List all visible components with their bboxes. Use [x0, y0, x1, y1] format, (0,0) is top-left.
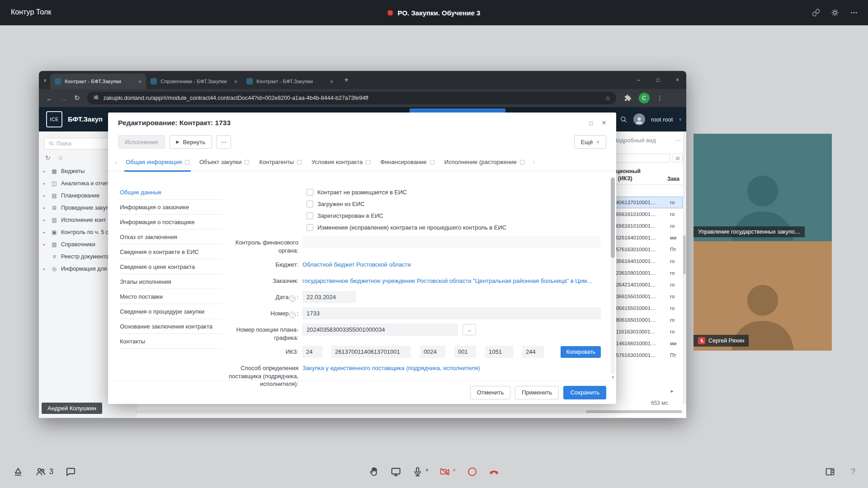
- menu-item-execution-stages[interactable]: Этапы исполнения: [118, 274, 222, 289]
- checkbox-changes-not-controlled[interactable]: [307, 224, 313, 231]
- copy-ikz-button[interactable]: Копировать: [561, 346, 601, 358]
- window-maximize-button[interactable]: □: [656, 77, 660, 83]
- url-field[interactable]: zakupki.donland.ru/app/#/module_contract…: [87, 92, 616, 104]
- window-minimize-button[interactable]: –: [637, 77, 640, 83]
- chat-icon[interactable]: [65, 466, 76, 477]
- back-icon[interactable]: ←: [46, 94, 53, 102]
- ikz-segment[interactable]: 001: [454, 346, 476, 358]
- scrollbar-thumb[interactable]: [611, 178, 615, 258]
- end-call-icon[interactable]: [488, 466, 499, 477]
- plan-position-field[interactable]: 202403583003355001000034: [302, 324, 458, 336]
- table-row[interactable]: 8146166010001…ми: [613, 338, 683, 349]
- user-name[interactable]: root root: [651, 116, 673, 123]
- table-row[interactable]: 6806165010001…го: [613, 314, 683, 326]
- menu-item-supplier-info[interactable]: Информация о поставщике: [118, 215, 222, 230]
- browser-tab[interactable]: Контракт - БФТ.Закупки ×: [50, 74, 146, 89]
- tab-contract-terms[interactable]: Условия контракта: [307, 153, 375, 171]
- help-button[interactable]: ?: [851, 467, 855, 477]
- return-button[interactable]: ▶Вернуть: [170, 135, 212, 149]
- contract-number-field[interactable]: 1733: [302, 307, 601, 319]
- content-horizontal-scrollbar[interactable]: [137, 410, 683, 413]
- menu-item-conclusion-basis[interactable]: Основание заключения контракта: [118, 319, 222, 334]
- table-row[interactable]: 6576163010001…Пт: [613, 349, 683, 361]
- ikz-segment[interactable]: 24: [302, 346, 322, 358]
- menu-item-delivery-place[interactable]: Место поставки: [118, 289, 222, 304]
- raise-hand-icon[interactable]: [369, 466, 380, 477]
- browser-tab[interactable]: Справочники - БФТ.Закупки ×: [146, 74, 242, 89]
- checkbox-registered-in-eis[interactable]: [307, 212, 313, 219]
- menu-item-general-data[interactable]: Общие данные: [118, 185, 222, 200]
- status-button[interactable]: Исполнение: [118, 135, 165, 149]
- budget-link[interactable]: Областной бюджет Ростовской области: [302, 261, 411, 268]
- table-row[interactable]: 7116163010001…го: [613, 326, 683, 338]
- reactions-icon[interactable]: [13, 466, 24, 477]
- tabs-scroll-left-icon[interactable]: ‹: [112, 159, 121, 165]
- more-button[interactable]: Ещё∨: [574, 135, 606, 149]
- tab-popout-icon[interactable]: [366, 160, 370, 164]
- browser-profile-avatar[interactable]: C: [639, 93, 650, 103]
- expand-chevron-icon[interactable]: ▸: [43, 181, 47, 186]
- participant-tile[interactable]: Сергей Ряхин: [693, 241, 832, 351]
- expand-chevron-icon[interactable]: ▸: [43, 230, 47, 235]
- customer-link[interactable]: государственное бюджетное учреждение Рос…: [302, 277, 593, 284]
- microphone-icon[interactable]: [412, 466, 423, 477]
- participant-tile[interactable]: Управление государственных закупо…: [693, 134, 832, 241]
- checkbox-loaded-from-eis[interactable]: [307, 201, 313, 207]
- participants-button[interactable]: 3: [35, 466, 53, 477]
- refresh-icon[interactable]: ↻: [45, 154, 51, 161]
- window-close-button[interactable]: ×: [676, 77, 679, 83]
- new-tab-button[interactable]: +: [344, 75, 349, 84]
- table-row[interactable]: 6576163010001…Пт: [613, 244, 683, 255]
- expand-chevron-icon[interactable]: ▸: [43, 267, 47, 271]
- grid-settings-icon[interactable]: ⊞: [673, 154, 683, 163]
- settings-gear-icon[interactable]: [831, 9, 839, 17]
- tab-popout-icon[interactable]: [430, 160, 434, 164]
- tab-close-icon[interactable]: ×: [138, 78, 142, 85]
- tab-execution[interactable]: Исполнение (расторжение: [439, 153, 529, 171]
- plan-position-pick-button[interactable]: →: [462, 324, 476, 335]
- table-row[interactable]: 5656161010001…го: [613, 208, 683, 220]
- next-page-icon[interactable]: ▸: [671, 388, 674, 394]
- extensions-icon[interactable]: [623, 94, 632, 102]
- site-settings-icon[interactable]: [93, 94, 99, 103]
- bookmark-star-icon[interactable]: ☆: [605, 94, 611, 102]
- camera-options-chevron-icon[interactable]: ∧: [453, 467, 456, 472]
- browser-tab[interactable]: Контракт - БФТ.Закупки ×: [242, 74, 338, 89]
- menu-item-refusal[interactable]: Отказ от заключения: [118, 230, 222, 244]
- checkbox-not-published-eis[interactable]: [307, 189, 313, 196]
- filter-input[interactable]: [613, 154, 670, 163]
- tab-financing[interactable]: Финансирование: [375, 153, 439, 171]
- reload-icon[interactable]: ↻: [74, 94, 80, 102]
- forward-icon[interactable]: →: [60, 94, 67, 102]
- tab-close-icon[interactable]: ×: [330, 78, 334, 85]
- screen-share-icon[interactable]: [391, 466, 401, 477]
- table-row[interactable]: 5656161010001…го: [613, 220, 683, 232]
- ikz-segment[interactable]: 0024: [420, 346, 445, 358]
- ikz-segment[interactable]: 1051: [485, 346, 513, 358]
- table-row[interactable]: 6264214010001…го: [613, 279, 683, 291]
- table-row[interactable]: 8366155010001…го: [613, 291, 683, 302]
- scrollbar-thumb[interactable]: [586, 410, 682, 413]
- mic-options-chevron-icon[interactable]: ∧: [425, 467, 429, 472]
- tab-close-icon[interactable]: ×: [234, 78, 238, 85]
- menu-item-contract-price[interactable]: Сведения о цене контракта: [118, 259, 222, 274]
- expand-chevron-icon[interactable]: ▸: [43, 242, 47, 247]
- tabs-scroll-right-icon[interactable]: ›: [529, 159, 538, 165]
- tab-search-chevron-icon[interactable]: ∨: [43, 78, 47, 83]
- toolbar-more-button[interactable]: ⋯: [217, 135, 231, 149]
- menu-item-procedure-info[interactable]: Сведения о процедуре закупки: [118, 304, 222, 319]
- table-row[interactable]: 1406137010001…го: [613, 197, 683, 208]
- tab-procurement-object[interactable]: Объект закупки: [194, 153, 254, 171]
- search-icon[interactable]: [619, 115, 627, 123]
- menu-item-contacts[interactable]: Контакты: [118, 334, 222, 349]
- menu-item-customer-info[interactable]: Информация о заказчике: [118, 200, 222, 215]
- panel-more-icon[interactable]: ⋯: [675, 137, 683, 144]
- modal-close-icon[interactable]: ×: [602, 118, 606, 127]
- more-options-icon[interactable]: [850, 9, 858, 17]
- tab-popout-icon[interactable]: [185, 160, 189, 164]
- scrollbar-thumb[interactable]: [683, 235, 686, 274]
- scroll-down-icon[interactable]: ▾: [612, 375, 614, 380]
- record-icon[interactable]: [467, 466, 477, 477]
- camera-off-icon[interactable]: [439, 466, 450, 477]
- save-button[interactable]: Сохранить: [563, 386, 606, 399]
